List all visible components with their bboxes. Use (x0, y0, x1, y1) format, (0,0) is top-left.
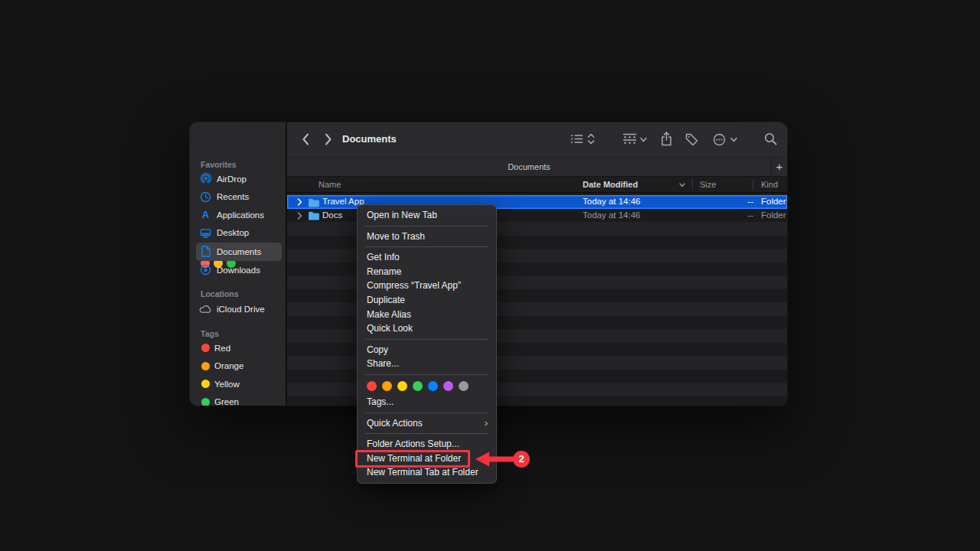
menu-item-compress[interactable]: Compress “Travel App” (358, 279, 496, 293)
file-date-modified: Today at 14:46 (583, 209, 640, 223)
sort-chevron-icon[interactable] (679, 183, 685, 187)
column-header-name[interactable]: Name (318, 177, 341, 193)
menu-item-copy[interactable]: Copy (358, 343, 496, 357)
menu-item-move-to-trash[interactable]: Move to Trash (358, 230, 496, 244)
yellow-tag-icon (201, 380, 210, 388)
gray-tag-swatch[interactable] (459, 381, 469, 391)
sidebar-item-tag-green[interactable]: Green (193, 393, 283, 406)
sidebar-item-tag-red[interactable]: Red (193, 339, 283, 357)
chevron-down-icon[interactable] (730, 137, 737, 142)
sidebar-item-applications[interactable]: A Applications (193, 206, 283, 224)
purple-tag-swatch[interactable] (443, 381, 453, 391)
menu-separator (365, 412, 488, 413)
menu-item-make-alias[interactable]: Make Alias (358, 308, 496, 322)
column-divider[interactable] (753, 180, 753, 190)
sidebar-item-label: AirDrop (217, 174, 247, 184)
view-toggle-chevrons-icon[interactable] (587, 132, 595, 145)
tab-bar: Documents + (287, 157, 787, 177)
sidebar-item-icloud-drive[interactable]: iCloud Drive (193, 300, 283, 318)
menu-separator (365, 339, 488, 340)
menu-item-open-in-new-tab[interactable]: Open in New Tab (358, 208, 496, 223)
sidebar-section-tags: Tags (201, 329, 219, 338)
file-date-modified: Today at 14:46 (583, 195, 640, 209)
more-options-icon[interactable] (713, 133, 726, 146)
sidebar-item-tag-yellow[interactable]: Yellow (193, 375, 283, 393)
desktop-background: Favorites AirDrop Recents A Applications (0, 0, 980, 551)
menu-separator (365, 374, 488, 375)
cloud-icon (199, 302, 212, 315)
sidebar-item-airdrop[interactable]: AirDrop (193, 170, 283, 188)
file-kind: Folder (761, 209, 786, 223)
clock-icon (199, 191, 212, 204)
menu-separator (365, 246, 488, 247)
folder-icon (308, 210, 319, 220)
blue-tag-swatch[interactable] (428, 381, 438, 391)
sidebar-item-label: Desktop (217, 228, 249, 237)
share-icon[interactable] (661, 132, 672, 146)
sidebar-item-downloads[interactable]: Downloads (193, 261, 283, 279)
file-size: -- (707, 195, 753, 209)
sidebar-item-label: iCloud Drive (217, 305, 265, 314)
menu-item-label: Quick Actions (367, 418, 423, 429)
sidebar-item-desktop[interactable]: Desktop (193, 224, 283, 243)
column-header-row: Name Date Modified Size Kind (287, 177, 787, 193)
menu-item-quick-actions[interactable]: Quick Actions › (358, 416, 496, 431)
context-menu: Open in New Tab Move to Trash Get Info R… (357, 204, 497, 484)
file-name: Docs (322, 209, 342, 223)
green-tag-swatch[interactable] (413, 381, 423, 391)
sidebar-item-recents[interactable]: Recents (193, 188, 283, 207)
menu-separator (365, 226, 488, 227)
airdrop-icon (199, 172, 212, 185)
annotation-step-badge: 2 (513, 451, 530, 468)
sidebar-item-label: Downloads (217, 266, 260, 275)
sidebar-item-label: Red (214, 344, 230, 353)
back-button[interactable] (301, 132, 312, 147)
sidebar-item-label: Yellow (214, 380, 240, 389)
sidebar-item-label: Orange (214, 361, 243, 370)
sidebar-item-label: Documents (217, 247, 261, 256)
sidebar-section-favorites: Favorites (201, 160, 237, 169)
sidebar-item-documents[interactable]: Documents (196, 243, 282, 261)
disclosure-chevron-icon[interactable] (297, 212, 303, 220)
column-header-kind[interactable]: Kind (761, 177, 778, 193)
menu-tag-color-row (358, 378, 496, 395)
list-view-icon[interactable] (570, 133, 583, 145)
search-icon[interactable] (764, 132, 777, 145)
green-tag-icon (201, 398, 210, 406)
red-tag-icon (201, 344, 210, 352)
desktop-icon (199, 227, 212, 240)
sidebar-item-tag-orange[interactable]: Orange (193, 357, 283, 376)
finder-sidebar: Favorites AirDrop Recents A Applications (190, 122, 286, 406)
menu-item-duplicate[interactable]: Duplicate (358, 293, 496, 308)
sidebar-item-label: Recents (217, 192, 249, 201)
tab-documents[interactable]: Documents (287, 158, 771, 177)
column-header-size[interactable]: Size (700, 177, 716, 193)
sidebar-item-label: Green (214, 397, 239, 406)
column-header-date-modified[interactable]: Date Modified (583, 177, 638, 193)
menu-item-quick-look[interactable]: Quick Look (358, 321, 496, 336)
chevron-down-icon[interactable] (640, 137, 647, 142)
menu-item-get-info[interactable]: Get Info (358, 250, 496, 265)
submenu-chevron-icon: › (485, 416, 488, 431)
tag-icon[interactable] (685, 133, 698, 146)
menu-item-tags[interactable]: Tags... (358, 395, 496, 409)
menu-item-share[interactable]: Share... (358, 357, 496, 371)
sidebar-section-locations: Locations (201, 289, 239, 298)
orange-tag-icon (201, 362, 210, 370)
new-tab-button[interactable]: + (771, 158, 787, 177)
forward-button[interactable] (324, 132, 335, 147)
red-tag-swatch[interactable] (367, 381, 377, 391)
document-icon (199, 245, 212, 258)
file-size: -- (707, 209, 753, 223)
column-divider[interactable] (692, 180, 693, 190)
orange-tag-swatch[interactable] (382, 381, 392, 391)
annotation-arrow-icon (473, 449, 516, 469)
yellow-tag-swatch[interactable] (397, 381, 407, 391)
sidebar-item-label: Applications (217, 210, 264, 220)
disclosure-chevron-icon[interactable] (297, 198, 303, 206)
finder-toolbar: Documents (287, 122, 787, 157)
menu-item-rename[interactable]: Rename (358, 265, 496, 279)
group-by-icon[interactable] (622, 133, 637, 145)
annotation-highlight-box (355, 450, 470, 468)
applications-icon: A (199, 208, 212, 221)
